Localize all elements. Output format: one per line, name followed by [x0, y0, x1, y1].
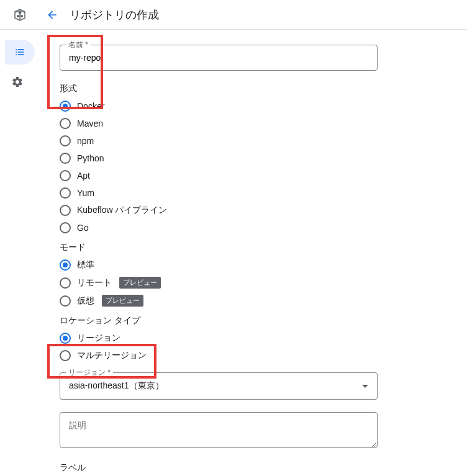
format-option-label: npm: [77, 136, 94, 146]
format-option-7[interactable]: Go: [60, 221, 425, 235]
location-type-label: ロケーション タイプ: [60, 315, 425, 326]
location-type-option-label: リージョン: [77, 333, 120, 344]
radio-icon: [60, 118, 71, 129]
format-option-label: Go: [77, 223, 89, 233]
svg-point-2: [21, 15, 23, 17]
radio-icon: [60, 295, 71, 307]
radio-icon: [60, 135, 71, 146]
radio-icon: [60, 153, 71, 164]
back-button[interactable]: [40, 2, 65, 27]
format-option-6[interactable]: Kubeflow パイプライン: [60, 204, 425, 217]
mode-option-label: 標準: [77, 259, 94, 271]
name-label: 名前 *: [66, 40, 91, 50]
radio-icon: [60, 101, 71, 112]
radio-icon: [60, 187, 71, 199]
radio-icon: [60, 333, 71, 344]
location-type-option-1[interactable]: マルチリージョン: [60, 349, 425, 362]
name-input[interactable]: [60, 45, 378, 71]
format-option-label: Docker: [77, 101, 104, 111]
format-option-1[interactable]: Maven: [60, 117, 425, 130]
radio-icon: [60, 222, 71, 233]
format-option-label: Yum: [77, 188, 94, 198]
format-option-0[interactable]: Docker: [60, 99, 425, 113]
location-type-option-0[interactable]: リージョン: [60, 331, 425, 345]
sidebar-item-settings[interactable]: [5, 70, 30, 94]
preview-badge: プレビュー: [119, 277, 161, 289]
mode-option-label: 仮想: [77, 295, 94, 307]
mode-option-0[interactable]: 標準: [60, 258, 425, 272]
format-label: 形式: [60, 83, 425, 94]
format-option-5[interactable]: Yum: [60, 186, 425, 200]
description-textarea[interactable]: [60, 412, 378, 448]
sidebar-item-list[interactable]: [5, 40, 35, 65]
location-type-option-label: マルチリージョン: [77, 350, 147, 361]
mode-option-label: リモート: [77, 277, 112, 289]
radio-icon: [60, 205, 71, 216]
labels-label: ラベル: [60, 462, 425, 474]
format-option-3[interactable]: Python: [60, 151, 425, 165]
svg-point-0: [19, 12, 21, 14]
radio-icon: [60, 259, 71, 271]
mode-label: モード: [60, 242, 425, 253]
format-option-label: Kubeflow パイプライン: [77, 205, 167, 216]
product-logo: [10, 5, 30, 25]
radio-icon: [60, 350, 71, 361]
preview-badge: プレビュー: [102, 295, 143, 307]
mode-option-2[interactable]: 仮想プレビュー: [60, 294, 425, 308]
format-option-2[interactable]: npm: [60, 134, 425, 148]
region-value: asia-northeast1（東京）: [69, 380, 164, 392]
format-option-label: Apt: [77, 171, 90, 181]
format-option-label: Python: [77, 153, 104, 163]
mode-option-1[interactable]: リモートプレビュー: [60, 276, 425, 290]
svg-point-1: [17, 15, 19, 17]
chevron-down-icon: [362, 385, 368, 388]
region-label: リージョン *: [66, 367, 113, 378]
page-title: リポジトリの作成: [70, 7, 159, 22]
radio-icon: [60, 277, 71, 289]
format-option-4[interactable]: Apt: [60, 169, 425, 182]
format-option-label: Maven: [77, 119, 103, 128]
radio-icon: [60, 170, 71, 181]
